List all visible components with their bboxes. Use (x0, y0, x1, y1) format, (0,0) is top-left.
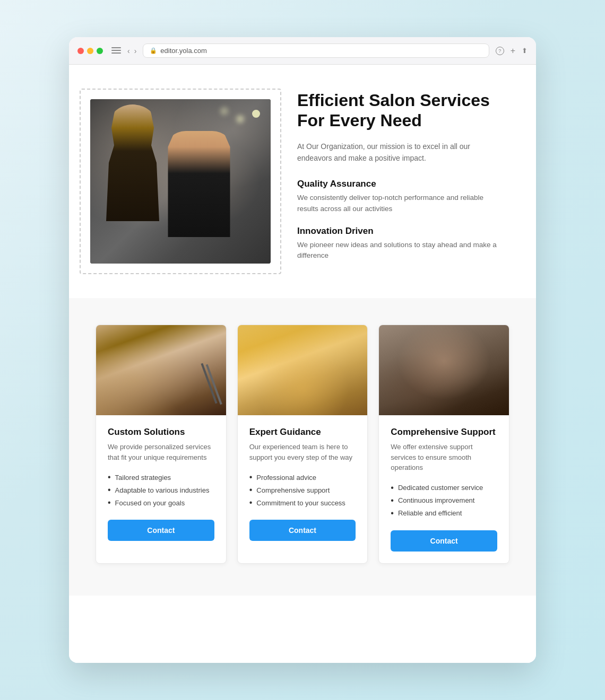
maximize-button[interactable] (97, 48, 103, 54)
lock-icon: 🔒 (150, 47, 157, 54)
card-2-contact-button[interactable]: Contact (249, 520, 356, 541)
hero-description: At Our Organization, our mission is to e… (297, 141, 504, 164)
list-item: Professional advice (249, 471, 356, 484)
cards-grid: Custom Solutions We provide personalized… (96, 325, 509, 564)
card-3-title: Comprehensive Support (391, 427, 497, 438)
help-icon[interactable]: ? (496, 47, 504, 55)
card-3-desc: We offer extensive support services to e… (391, 442, 497, 473)
feature-innovation-title: Innovation Driven (297, 226, 504, 237)
hero-text: Efficient Salon Services For Every Need … (297, 90, 504, 273)
person-1-silhouette (106, 104, 159, 221)
card-3-image (379, 325, 509, 415)
list-item: Continuous improvement (391, 494, 497, 507)
scissors-icon (201, 363, 217, 404)
page-content: Efficient Salon Services For Every Need … (69, 65, 536, 663)
new-tab-icon[interactable]: + (511, 46, 515, 56)
card-2-body: Expert Guidance Our experienced team is … (238, 415, 368, 553)
feature-quality: Quality Assurance We consistently delive… (297, 179, 504, 214)
studio-lights (252, 110, 260, 118)
browser-window: ‹ › 🔒 editor.yola.com ? + ⬆ (69, 37, 536, 663)
list-item: Adaptable to various industries (108, 484, 214, 496)
url-text: editor.yola.com (160, 47, 206, 55)
card-1-title: Custom Solutions (108, 427, 214, 438)
card-custom-solutions: Custom Solutions We provide personalized… (96, 325, 227, 564)
traffic-lights (77, 48, 103, 54)
list-item: Commitment to your success (249, 496, 356, 509)
card-2-image (238, 325, 368, 415)
card-1-image (96, 325, 226, 415)
card-comprehensive-support: Comprehensive Support We offer extensive… (378, 325, 509, 564)
feature-quality-title: Quality Assurance (297, 179, 504, 189)
list-item: Comprehensive support (249, 484, 356, 496)
list-item: Dedicated customer service (391, 482, 497, 494)
browser-nav: ‹ › (127, 47, 136, 55)
card-3-contact-button[interactable]: Contact (391, 530, 497, 552)
card-3-list: Dedicated customer service Continuous im… (391, 482, 497, 520)
list-item: Reliable and efficient (391, 507, 497, 520)
share-icon[interactable]: ⬆ (522, 47, 528, 55)
card-3-body: Comprehensive Support We offer extensive… (379, 415, 509, 563)
close-button[interactable] (77, 48, 84, 54)
card-1-list: Tailored strategies Adaptable to various… (108, 471, 214, 509)
browser-actions: ? + ⬆ (496, 46, 528, 56)
card-1-contact-button[interactable]: Contact (108, 520, 214, 541)
forward-button[interactable]: › (134, 47, 137, 55)
feature-innovation-desc: We pioneer new ideas and solutions to st… (297, 240, 504, 261)
person-2-silhouette (165, 131, 234, 237)
cards-section: Custom Solutions We provide personalized… (69, 298, 536, 596)
minimize-button[interactable] (87, 48, 93, 54)
hero-image-container (90, 99, 271, 264)
list-item: Focused on your goals (108, 496, 214, 509)
back-button[interactable]: ‹ (127, 47, 130, 55)
list-item: Tailored strategies (108, 471, 214, 484)
card-expert-guidance: Expert Guidance Our experienced team is … (237, 325, 368, 564)
hero-image (90, 99, 271, 264)
hero-section: Efficient Salon Services For Every Need … (69, 65, 536, 298)
hero-image-canvas (90, 99, 271, 264)
card-2-desc: Our experienced team is here to support … (249, 442, 356, 462)
hero-title: Efficient Salon Services For Every Need (297, 90, 504, 131)
card-1-desc: We provide personalized services that fi… (108, 442, 214, 462)
card-2-title: Expert Guidance (249, 427, 356, 438)
card-2-list: Professional advice Comprehensive suppor… (249, 471, 356, 509)
card-1-body: Custom Solutions We provide personalized… (96, 415, 226, 553)
sidebar-toggle-icon[interactable] (111, 47, 121, 55)
feature-innovation: Innovation Driven We pioneer new ideas a… (297, 226, 504, 261)
browser-chrome: ‹ › 🔒 editor.yola.com ? + ⬆ (69, 37, 536, 65)
address-bar[interactable]: 🔒 editor.yola.com (143, 43, 489, 58)
feature-quality-desc: We consistently deliver top-notch perfor… (297, 192, 504, 214)
